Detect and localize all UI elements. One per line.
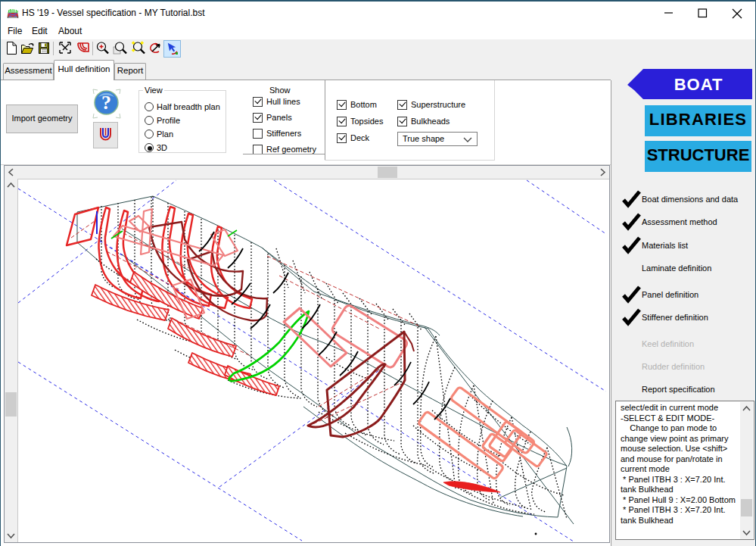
svg-text:?: ? bbox=[101, 92, 111, 114]
svg-text:BOAT: BOAT bbox=[674, 75, 723, 94]
